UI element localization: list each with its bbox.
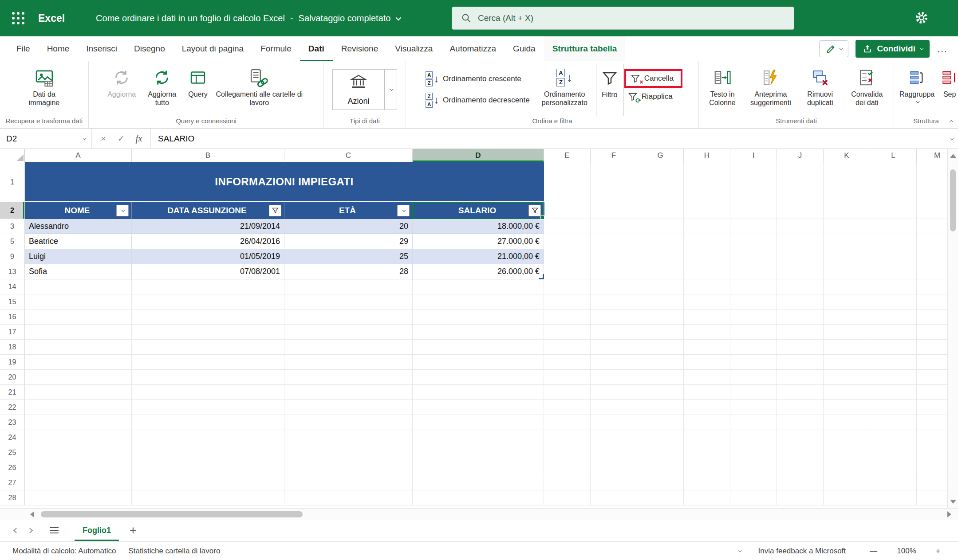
ribbon-tab-layout[interactable]: Layout di pagina (173, 36, 252, 61)
cell-B17[interactable] (132, 325, 284, 340)
cell-C25[interactable] (284, 445, 413, 460)
row-header-23[interactable]: 23 (0, 415, 25, 430)
row-header-17[interactable]: 17 (0, 325, 25, 340)
cell-J24[interactable] (777, 430, 824, 445)
cell-H25[interactable] (684, 445, 730, 460)
row-header-24[interactable]: 24 (0, 430, 25, 445)
cell-C22[interactable] (284, 400, 413, 415)
cell-J16[interactable] (777, 309, 824, 325)
cell-L17[interactable] (870, 325, 917, 340)
cell-A20[interactable] (25, 370, 132, 385)
cell-A28[interactable] (25, 490, 132, 505)
cell-C3[interactable]: 20 (284, 219, 413, 234)
cell-F9[interactable] (591, 249, 637, 264)
cell-H15[interactable] (684, 294, 730, 309)
cell-H1[interactable] (684, 162, 730, 202)
cell-I9[interactable] (730, 249, 777, 264)
cell-K22[interactable] (824, 400, 870, 415)
column-header-L[interactable]: L (870, 149, 917, 162)
cell-B16[interactable] (132, 309, 284, 325)
save-status[interactable]: Salvataggio completato (299, 13, 391, 23)
cell-F2[interactable] (591, 202, 637, 219)
raggruppa-button[interactable]: Raggruppa (897, 64, 937, 116)
ribbon-collapse-button[interactable] (950, 118, 953, 125)
cell-H23[interactable] (684, 415, 730, 430)
column-header-H[interactable]: H (684, 149, 730, 162)
cell-H16[interactable] (684, 309, 730, 325)
cell-K27[interactable] (824, 475, 870, 490)
cell-A14[interactable] (25, 279, 132, 294)
row-header-1[interactable]: 1 (0, 162, 25, 202)
cell-D9[interactable]: 21.000,00 € (413, 249, 544, 264)
cell-C13[interactable]: 28 (284, 264, 413, 279)
filtro-button[interactable]: Filtro (596, 64, 623, 116)
select-all-corner[interactable] (0, 149, 25, 162)
cell-G16[interactable] (637, 309, 684, 325)
cell-F28[interactable] (591, 490, 637, 505)
scroll-left-button[interactable] (26, 509, 38, 520)
cell-A26[interactable] (25, 460, 132, 475)
scroll-up-button[interactable] (948, 150, 958, 161)
cell-D13[interactable]: 26.000,00 € (413, 264, 544, 279)
cell-K5[interactable] (824, 234, 870, 249)
cell-H14[interactable] (684, 279, 730, 294)
selection-fill-handle[interactable] (540, 215, 544, 219)
cell-K14[interactable] (824, 279, 870, 294)
cell-L15[interactable] (870, 294, 917, 309)
testo-in-colonne-button[interactable]: Testo in Colonne (702, 64, 743, 116)
ribbon-tab-disegno[interactable]: Disegno (126, 36, 173, 61)
cell-I25[interactable] (730, 445, 777, 460)
cell-G22[interactable] (637, 400, 684, 415)
cell-K23[interactable] (824, 415, 870, 430)
cell-C26[interactable] (284, 460, 413, 475)
cell-G27[interactable] (637, 475, 684, 490)
ribbon-tab-inserisci[interactable]: Inserisci (78, 36, 126, 61)
ribbon-tab-formule[interactable]: Formule (252, 36, 300, 61)
separa-button[interactable]: Sep (938, 64, 958, 116)
cell-F17[interactable] (591, 325, 637, 340)
cell-A25[interactable] (25, 445, 132, 460)
cell-E23[interactable] (544, 415, 591, 430)
app-launcher-button[interactable] (0, 0, 36, 36)
cell-K19[interactable] (824, 355, 870, 370)
cell-L16[interactable] (870, 309, 917, 325)
cell-I18[interactable] (730, 340, 777, 355)
document-title[interactable]: Come ordinare i dati in un foglio di cal… (96, 13, 400, 23)
cell-H18[interactable] (684, 340, 730, 355)
cell-K17[interactable] (824, 325, 870, 340)
table-header-cell-A2[interactable]: NOME (25, 202, 132, 219)
cell-E24[interactable] (544, 430, 591, 445)
cell-D20[interactable] (413, 370, 544, 385)
cell-A18[interactable] (25, 340, 132, 355)
cell-H19[interactable] (684, 355, 730, 370)
ribbon-tab-dati[interactable]: Dati (300, 36, 333, 61)
sheet-list-menu-button[interactable] (50, 527, 59, 533)
cell-H20[interactable] (684, 370, 730, 385)
cell-J9[interactable] (777, 249, 824, 264)
cell-F13[interactable] (591, 264, 637, 279)
vertical-scrollbar[interactable] (947, 149, 958, 508)
cell-E22[interactable] (544, 400, 591, 415)
cell-C16[interactable] (284, 309, 413, 325)
cell-L18[interactable] (870, 340, 917, 355)
cell-E17[interactable] (544, 325, 591, 340)
cell-B25[interactable] (132, 445, 284, 460)
cell-G20[interactable] (637, 370, 684, 385)
cell-E16[interactable] (544, 309, 591, 325)
cell-E5[interactable] (544, 234, 591, 249)
cell-B9[interactable]: 01/05/2019 (132, 249, 284, 264)
cell-G5[interactable] (637, 234, 684, 249)
cell-H27[interactable] (684, 475, 730, 490)
ribbon-tab-home[interactable]: Home (39, 36, 78, 61)
cell-F14[interactable] (591, 279, 637, 294)
cell-E14[interactable] (544, 279, 591, 294)
filter-button-C[interactable] (397, 205, 410, 216)
cell-K20[interactable] (824, 370, 870, 385)
column-header-J[interactable]: J (777, 149, 824, 162)
cell-C28[interactable] (284, 490, 413, 505)
cell-E27[interactable] (544, 475, 591, 490)
cell-K28[interactable] (824, 490, 870, 505)
aggiorna-tutto-button[interactable]: Aggiorna tutto (139, 64, 185, 116)
cell-E3[interactable] (544, 219, 591, 234)
ribbon-tab-file[interactable]: File (8, 36, 39, 61)
